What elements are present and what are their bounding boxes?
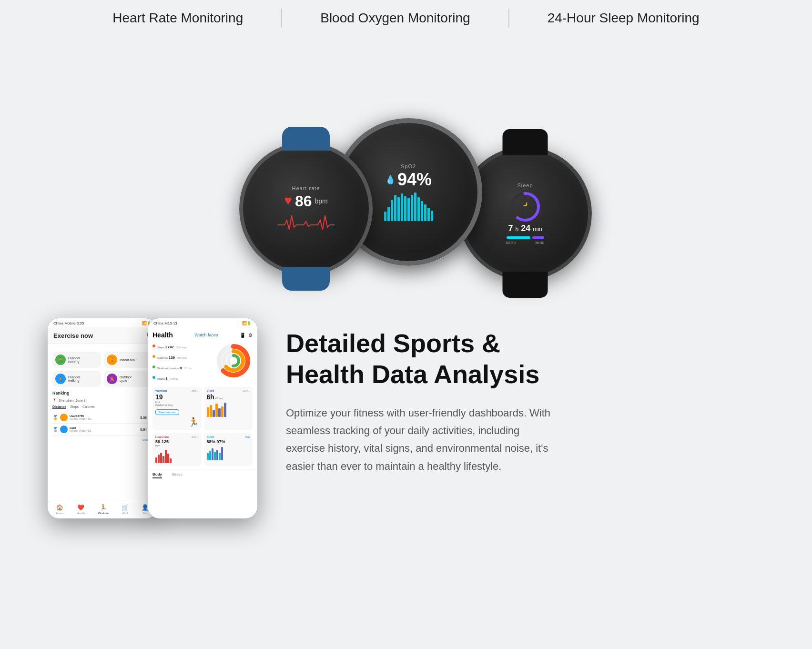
nav-health[interactable]: ❤️ Health xyxy=(77,504,85,515)
exercise-item-outdoor-cycle[interactable]: 🚴 Outdoorcycle xyxy=(104,371,152,387)
spo2-card-header: SpO2 Help xyxy=(207,436,250,438)
health-header: Health Watch faces 📱 ⚙ xyxy=(148,327,257,342)
watch-sleep-screen: Sleep 🌙 7 h 24 min xyxy=(462,151,588,276)
ranking-item-2: 🥈 want realme Watch S2 0.94 km xyxy=(52,424,152,436)
stats-left: Steps 2747 /800 steps Calories 139 /300 … xyxy=(152,342,210,384)
spo2-bar xyxy=(411,195,413,221)
steps-label: Steps xyxy=(157,346,165,349)
user-2-sub: realme Watch S2 xyxy=(70,429,91,432)
steps-info: Steps 2747 /800 steps xyxy=(157,342,187,350)
spo2-bar xyxy=(391,200,393,221)
user-1-sub: realme Watch S2 xyxy=(70,417,91,420)
sleep-card-header: Sleep June 1 xyxy=(207,389,250,392)
spo2-bar xyxy=(417,197,420,221)
duration-dot xyxy=(152,365,155,368)
bottom-section: China Mobile·3:35 📶🔋 Exercise now ⊞ 🏃 Ou… xyxy=(0,299,812,537)
workout-card-type: Outdoor running xyxy=(155,404,199,406)
watches-container: Heart rate ♥ 86 bpm SpO2 xyxy=(211,51,601,290)
hr-card-label: Heart rate xyxy=(155,436,169,438)
sleep-card: Sleep June 1 6h 47 min xyxy=(204,386,253,430)
spo2-help-link[interactable]: Help xyxy=(245,436,250,438)
stat-workout-duration: Workout duration 8 /15 min xyxy=(152,363,210,371)
sleep-mini-bar xyxy=(207,407,209,417)
hr-card-date: June 1 xyxy=(191,436,198,438)
outdoor-walk-label: Outdoorwalking xyxy=(68,375,80,382)
spo2-bar xyxy=(394,195,396,221)
nav-mall[interactable]: 🛒 Mall xyxy=(122,504,129,515)
sleep-bar-cyan xyxy=(507,236,530,239)
sleep-value-row: 6h 47 min xyxy=(207,393,250,401)
nav-home[interactable]: 🏠 Home xyxy=(56,504,64,515)
spo2-mini-bar xyxy=(207,453,209,460)
more-link[interactable]: More → xyxy=(52,437,152,442)
exercise-item-outdoor-walk[interactable]: 🚶 Outdoorwalking xyxy=(52,371,101,387)
sleep-mini-bar xyxy=(218,408,221,417)
phone-health-screen: China M10·13 📶🔋 Health Watch faces 📱 ⚙ xyxy=(148,318,257,518)
run-icon-row: 🏃 xyxy=(155,417,199,427)
watch-faces-link[interactable]: Watch faces xyxy=(194,333,218,337)
nav-home-icon: 🏠 xyxy=(56,504,63,511)
hr-mini-bar xyxy=(170,458,172,463)
stress-tab[interactable]: Stress xyxy=(172,472,183,478)
main-heading: Detailed Sports & Health Data Analysis xyxy=(286,328,764,390)
heading-line-1: Detailed Sports & xyxy=(286,329,500,357)
hr-mini-bar xyxy=(165,450,167,463)
phone2-bottom-tabs: Body Stress xyxy=(148,469,257,481)
nav-me-label: Me xyxy=(143,512,147,515)
settings-icon-2[interactable]: ⚙ xyxy=(248,333,253,338)
rank-2-icon: 🥈 xyxy=(52,427,58,432)
stat-calories: Calories 139 /300 kcal xyxy=(152,352,210,361)
watch-hr-content: Heart rate ♥ 86 bpm xyxy=(277,185,335,232)
workout-card-date: June 1 xyxy=(191,389,198,392)
exercise-item-indoor-run[interactable]: 🏃 Indoor run xyxy=(104,352,152,368)
outdoor-cycle-icon: 🚴 xyxy=(107,374,117,384)
user-info-1: User38735 realme Watch S2 xyxy=(70,415,91,420)
ranking-title: Ranking xyxy=(52,391,70,395)
nav-mall-icon: 🛒 xyxy=(122,504,129,511)
sleep-minutes: 24 xyxy=(521,223,530,233)
hr-card-unit: bpm xyxy=(155,444,199,447)
tab-steps[interactable]: Steps xyxy=(70,405,79,409)
phone1-carrier: China Mobile·3:35 xyxy=(53,321,84,325)
stat-stand: Stand 3 /4 times xyxy=(152,373,210,382)
stand-dot xyxy=(152,376,155,379)
steps-value: 2747 xyxy=(165,345,174,349)
body-tab[interactable]: Body xyxy=(152,472,162,478)
indoor-run-icon: 🏃 xyxy=(107,355,117,365)
tab-calories[interactable]: Calories xyxy=(82,405,95,409)
exercise-item-outdoor-run[interactable]: 🏃 Outdoorrunning xyxy=(52,352,101,368)
exercise-now-button[interactable]: Exercise now xyxy=(155,409,179,415)
feature-label-sleep: 24-Hour Sleep Monitoring xyxy=(509,10,738,26)
sleep-mini-bar xyxy=(221,406,223,417)
sleep-hours-val: 6h xyxy=(207,393,214,401)
sleep-m-unit: min xyxy=(533,226,542,233)
sleep-bar-purple xyxy=(532,236,544,239)
nav-health-icon: ❤️ xyxy=(77,504,84,511)
calories-info: Calories 139 /300 kcal xyxy=(157,352,187,361)
spo2-bar xyxy=(401,193,403,221)
stand-value: 3 xyxy=(165,376,167,381)
feature-labels-bar: Heart Rate Monitoring Blood Oxygen Monit… xyxy=(0,0,812,32)
phone-exercise: China Mobile·3:35 📶🔋 Exercise now ⊞ 🏃 Ou… xyxy=(48,318,157,518)
steps-sub: /800 steps xyxy=(176,346,187,349)
calories-sub: /300 kcal xyxy=(177,356,187,359)
watch-hr-label: Heart rate xyxy=(292,185,320,191)
tab-distance[interactable]: Distance xyxy=(52,405,66,409)
stat-steps: Steps 2747 /800 steps xyxy=(152,342,210,350)
spo2-mini-bar xyxy=(214,452,216,460)
spo2-bar xyxy=(384,212,386,221)
sleep-card-label: Sleep xyxy=(207,389,214,392)
phone1-nav: 🏠 Home ❤️ Health 🏃 Workout 🛒 Mall xyxy=(48,500,157,518)
stand-sub: /4 times xyxy=(170,377,178,380)
spo2-bar xyxy=(404,196,406,221)
sleep-start-time: 02:30 xyxy=(506,241,516,245)
avatar-1 xyxy=(60,414,68,421)
health-cards: Workout June 1 19 kcal Outdoor running E… xyxy=(148,384,257,469)
feature-label-heart-rate: Heart Rate Monitoring xyxy=(74,10,281,26)
ranking-item-1: 🥇 User38735 realme Watch S2 5.58 km xyxy=(52,412,152,424)
sleep-progress-bars xyxy=(507,236,544,239)
location-name: Shenzhen xyxy=(59,399,74,402)
nav-workout[interactable]: 🏃 Workout xyxy=(98,504,109,515)
workout-card: Workout June 1 19 kcal Outdoor running E… xyxy=(152,386,202,430)
main-description: Optimize your fitness with user-friendly… xyxy=(286,404,553,476)
